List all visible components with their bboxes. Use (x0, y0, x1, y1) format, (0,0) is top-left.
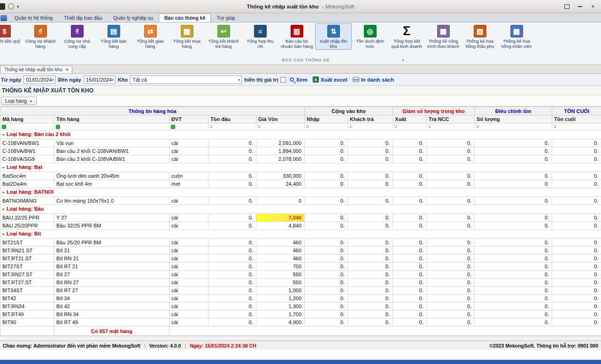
cell-code[interactable]: BIT90 (0, 318, 54, 326)
ribbon-item[interactable]: ₫Công nợ khách hàng (22, 23, 59, 50)
from-date-input[interactable]: 01/01/2024 (23, 76, 55, 84)
cell-cost[interactable]: 1,700 (256, 311, 305, 318)
cell-out_qty[interactable]: 0. (393, 180, 427, 188)
column-filter[interactable]: = (305, 123, 348, 130)
cell-cost[interactable]: 1,000 (256, 287, 305, 295)
cell-name[interactable]: Bít RN 34 (54, 311, 170, 318)
collapse-ribbon-icon[interactable]: ▴ (402, 57, 404, 62)
cell-out_qty[interactable]: 0. (393, 247, 427, 255)
warehouse-select[interactable]: Tất cả (130, 76, 242, 84)
cell-closing[interactable]: 0. (552, 279, 601, 287)
cell-cust_return[interactable]: 0. (348, 172, 393, 180)
cell-adjust[interactable]: 0. (475, 147, 552, 155)
cell-in_qty[interactable]: 0. (305, 139, 348, 147)
column-header[interactable]: Khách trả (348, 115, 393, 123)
cell-name[interactable]: Bít RN 27 (54, 279, 170, 287)
column-filter[interactable] (0, 123, 54, 130)
cell-code[interactable]: C-108VAN/BW1 (0, 139, 54, 147)
cell-opening[interactable]: 0. (208, 214, 256, 222)
cell-out_qty[interactable]: 0. (393, 214, 427, 222)
cell-unit[interactable]: cái (170, 255, 208, 263)
table-row[interactable]: BIT.RT49Bít RN 34cái0.1,7000.0.0.0.0.0. (0, 311, 601, 318)
cell-closing[interactable]: 0. (552, 271, 601, 279)
cell-supp_return[interactable]: 0. (427, 214, 475, 222)
cell-adjust[interactable]: 0. (475, 263, 552, 271)
column-filter[interactable]: = (475, 123, 552, 130)
cell-closing[interactable]: 0. (552, 255, 601, 263)
cell-cost[interactable]: 7,040 (256, 214, 305, 222)
cell-code[interactable]: BATNOIMANG (0, 197, 54, 205)
cell-adjust[interactable]: 0. (475, 239, 552, 247)
cell-opening[interactable]: 0. (208, 271, 256, 279)
document-tab-inventory-report[interactable]: Thống kê nhập xuất tồn kho × (0, 66, 72, 73)
cell-adjust[interactable]: 0. (475, 279, 552, 287)
group-header-row[interactable]: ▾Loại hàng: Bầu (0, 205, 601, 214)
cell-out_qty[interactable]: 0. (393, 271, 427, 279)
cell-name[interactable]: Bầu 32/25 PPR BM (54, 222, 170, 230)
cell-cust_return[interactable]: 0. (348, 180, 393, 188)
column-header[interactable]: Tồn cuối (552, 115, 601, 123)
cell-unit[interactable]: cái (170, 318, 208, 326)
group-header-cell[interactable]: ▾Loại hàng: BATNOI (0, 188, 601, 197)
cell-in_qty[interactable]: 0. (305, 318, 348, 326)
cell-closing[interactable]: 0. (552, 263, 601, 271)
cell-cust_return[interactable]: 0. (348, 263, 393, 271)
cell-cust_return[interactable]: 0. (348, 147, 393, 155)
minimize-icon[interactable] (577, 3, 583, 10)
cell-adjust[interactable]: 0. (475, 311, 552, 318)
cell-supp_return[interactable]: 0. (427, 197, 475, 205)
cell-unit[interactable]: cái (170, 271, 208, 279)
cell-unit[interactable]: cái (170, 222, 208, 230)
cell-code[interactable]: BIT21ST (0, 239, 54, 247)
cell-name[interactable]: Vải vụn (54, 139, 170, 147)
cell-name[interactable]: Bầu 25/20 PPR BM (54, 239, 170, 247)
table-row[interactable]: BAU.25/20PPRBầu 32/25 PPR BMcái0.4,8400.… (0, 222, 601, 230)
cell-cost[interactable]: 1,894,000 (256, 147, 305, 155)
cell-adjust[interactable]: 0. (475, 197, 552, 205)
cell-in_qty[interactable]: 0. (305, 239, 348, 247)
column-header[interactable]: Xuất (393, 115, 427, 123)
view-button[interactable]: Xem (288, 77, 308, 83)
cell-in_qty[interactable]: 0. (305, 295, 348, 303)
cell-in_qty[interactable]: 0. (305, 303, 348, 311)
cell-cost[interactable]: 460 (256, 255, 305, 263)
cell-name[interactable]: Bít RT 21 (54, 263, 170, 271)
maximize-icon[interactable] (563, 3, 570, 10)
cell-adjust[interactable]: 0. (475, 180, 552, 188)
cell-adjust[interactable]: 0. (475, 287, 552, 295)
cell-adjust[interactable]: 0. (475, 255, 552, 263)
cell-name[interactable]: Bít 21 (54, 247, 170, 255)
close-icon[interactable]: × (590, 3, 596, 10)
cell-code[interactable]: BIT.RT49 (0, 311, 54, 318)
cell-cost[interactable]: 4,900 (256, 318, 305, 326)
cell-code[interactable]: BAU.32/25.PPR (0, 214, 54, 222)
cell-opening[interactable]: 0. (208, 263, 256, 271)
table-row[interactable]: BIT.RN27.STBít 27cái0.5500.0.0.0.0.0. (0, 271, 601, 279)
cell-opening[interactable]: 0. (208, 247, 256, 255)
cell-out_qty[interactable]: 0. (393, 139, 427, 147)
cell-unit[interactable]: cuộn (170, 172, 208, 180)
cell-opening[interactable]: 0. (208, 147, 256, 155)
cell-code[interactable]: Bat2Da4m (0, 180, 54, 188)
group-header-row[interactable]: ▾Loại hàng: Bàn cầu 2 khối (0, 130, 601, 139)
cell-supp_return[interactable]: 0. (427, 311, 475, 318)
cell-name[interactable]: Bít RN 21 (54, 255, 170, 263)
cell-supp_return[interactable]: 0. (427, 222, 475, 230)
cell-opening[interactable]: 0. (208, 255, 256, 263)
cell-cost[interactable]: 330,000 (256, 172, 305, 180)
cell-closing[interactable]: 0. (552, 214, 601, 222)
cell-opening[interactable]: 0. (208, 197, 256, 205)
cell-out_qty[interactable]: 0. (393, 197, 427, 205)
horizontal-scrollbar[interactable] (0, 336, 601, 341)
cell-cost[interactable]: 1,300 (256, 303, 305, 311)
ribbon-item[interactable]: ⇅Xuất nhập tồn kho (315, 23, 352, 50)
cell-adjust[interactable]: 0. (475, 318, 552, 326)
cell-cost[interactable]: 24,400 (256, 180, 305, 188)
cell-in_qty[interactable]: 0. (305, 197, 348, 205)
cell-supp_return[interactable]: 0. (427, 255, 475, 263)
cell-unit[interactable]: cái (170, 287, 208, 295)
cell-cust_return[interactable]: 0. (348, 239, 393, 247)
cell-cost[interactable]: 0 (256, 197, 305, 205)
cell-closing[interactable]: 0. (552, 155, 601, 163)
cell-code[interactable]: BIT34ST (0, 287, 54, 295)
